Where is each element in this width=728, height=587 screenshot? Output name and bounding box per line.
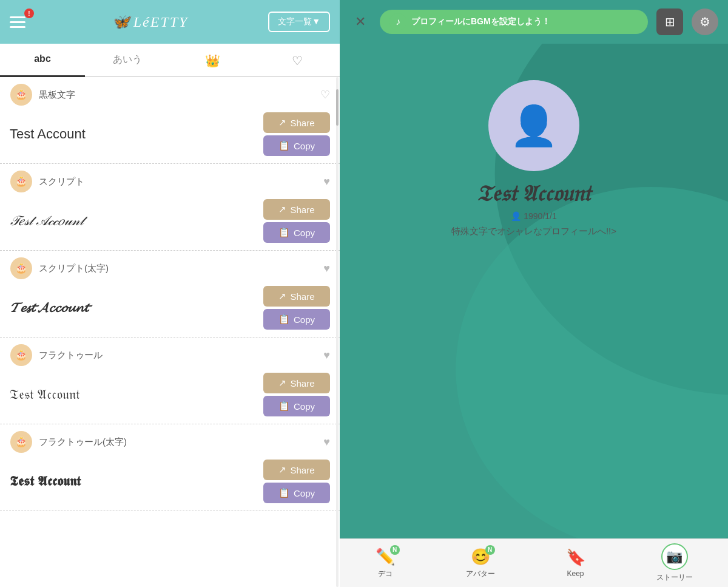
nav-item-keep[interactable]: 🔖 Keep	[566, 548, 585, 578]
profile-area: 👤 𝔗𝔢𝔰𝔱 𝔄𝔠𝔠𝔬𝔲𝔫𝔱 👤 1990/1/1 特殊文字でオシャレなプロフィ…	[340, 44, 728, 538]
close-button[interactable]: ✕	[349, 11, 371, 33]
char-list-button[interactable]: 文字一覧▼	[268, 12, 330, 32]
font-header-fraktur: 🎂 フラクトゥール ♥	[0, 338, 340, 370]
avatar-icon: 👤	[510, 103, 558, 149]
copy-fraktur-button[interactable]: 📋 Copy	[263, 396, 330, 416]
copy-icon: 📋	[278, 401, 290, 412]
avatar-nav-icon: 😊 N	[471, 548, 490, 566]
font-preview-row-kokuban: Test Account ↗ Share 📋 Copy	[0, 110, 340, 163]
heart-script-bold[interactable]: ♥	[323, 262, 330, 275]
font-preview-row-fraktur-bold: 𝕿𝖊𝖘𝖙 𝕬𝖈𝖈𝖔𝖚𝖓𝖙 ↗ Share 📋 Copy	[0, 457, 340, 511]
menu-button[interactable]: !	[10, 11, 32, 33]
profile-name: 𝔗𝔢𝔰𝔱 𝔄𝔠𝔠𝔬𝔲𝔫𝔱	[477, 181, 590, 206]
font-name-script-bold: スクリプト(太字)	[39, 263, 317, 274]
right-panel: ✕ ♪ プロフィールにBGMを設定しよう！ ⊞ ⚙ 👤 𝔗𝔢𝔰𝔱 𝔄𝔠𝔠𝔬𝔲𝔫𝔱	[340, 0, 728, 587]
font-item-fraktur: 🎂 フラクトゥール ♥ 𝔗𝔢𝔰𝔱 𝔄𝔠𝔠𝔬𝔲𝔫𝔱 ↗ Share 📋 Copy	[0, 338, 340, 424]
avatar[interactable]: 👤	[488, 80, 579, 171]
share-icon: ↗	[278, 291, 286, 302]
bottom-navigation: ✏️ N デコ 😊 N アバター 🔖 Keep 📷 ストーリー	[340, 538, 728, 587]
share-icon: ↗	[278, 204, 286, 215]
btn-group-kokuban: ↗ Share 📋 Copy	[263, 112, 330, 156]
font-item-script: 🎂 スクリプト ♥ 𝒯𝑒𝓈𝓉 𝒜𝒸𝒸𝑜𝓊𝓃𝓉 ↗ Share 📋 Copy	[0, 164, 340, 251]
profile-desc[interactable]: 特殊文字でオシャレなプロフィールへ!!>	[451, 226, 616, 237]
btn-group-script-bold: ↗ Share 📋 Copy	[263, 286, 330, 330]
copy-icon: 📋	[278, 227, 290, 238]
birthday-icon: 👤	[511, 211, 521, 221]
share-icon: ↗	[278, 464, 286, 475]
deco-badge: N	[390, 545, 400, 555]
nav-item-story[interactable]: 📷 ストーリー	[656, 543, 693, 583]
copy-script-bold-button[interactable]: 📋 Copy	[263, 309, 330, 330]
share-kokuban-button[interactable]: ↗ Share	[263, 112, 330, 133]
qr-icon: ⊞	[665, 15, 675, 29]
nav-item-deco[interactable]: ✏️ N デコ	[376, 548, 395, 579]
font-list: 🎂 黒板文字 ♡ Test Account ↗ Share 📋 Copy	[0, 77, 340, 587]
font-preview-fraktur: 𝔗𝔢𝔰𝔱 𝔄𝔠𝔠𝔬𝔲𝔫𝔱	[10, 387, 263, 402]
font-header-kokuban: 🎂 黒板文字 ♡	[0, 77, 340, 110]
share-icon: ↗	[278, 117, 286, 128]
script-bold-icon: 🎂	[10, 257, 33, 280]
share-script-button[interactable]: ↗ Share	[263, 199, 330, 220]
story-icon: 📷	[661, 543, 688, 570]
svg-text:🎂: 🎂	[15, 436, 27, 447]
font-header-script: 🎂 スクリプト ♥	[0, 164, 340, 197]
scroll-thumb[interactable]	[336, 89, 339, 126]
heart-kokuban[interactable]: ♡	[320, 88, 330, 101]
kokuban-icon: 🎂	[10, 83, 33, 106]
tab-abc[interactable]: abc	[0, 44, 85, 77]
font-tabs: abc あいう 👑 ♡	[0, 44, 340, 77]
tab-crown[interactable]: 👑	[170, 44, 255, 77]
copy-icon: 📋	[278, 314, 290, 325]
left-header: ! 🦋 LéETTY 文字一覧▼	[0, 0, 340, 44]
menu-bar-3	[10, 26, 25, 28]
scroll-bar	[336, 77, 339, 587]
menu-bar-1	[10, 16, 25, 18]
profile-content: 👤 𝔗𝔢𝔰𝔱 𝔄𝔠𝔠𝔬𝔲𝔫𝔱 👤 1990/1/1 特殊文字でオシャレなプロフィ…	[451, 44, 616, 237]
tab-heart[interactable]: ♡	[255, 44, 340, 77]
font-item-fraktur-bold: 🎂 フラクトゥール(太字) ♥ 𝕿𝖊𝖘𝖙 𝕬𝖈𝖈𝖔𝖚𝖓𝖙 ↗ Share 📋 C…	[0, 424, 340, 511]
font-preview-kokuban: Test Account	[10, 126, 263, 142]
heart-fraktur-bold[interactable]: ♥	[323, 436, 330, 449]
font-preview-fraktur-bold: 𝕿𝖊𝖘𝖙 𝕬𝖈𝖈𝖔𝖚𝖓𝖙	[10, 473, 263, 489]
script-icon: 🎂	[10, 170, 33, 193]
tab-aiueo[interactable]: あいう	[85, 44, 170, 77]
notification-badge: !	[24, 8, 34, 18]
heart-fraktur[interactable]: ♥	[323, 349, 330, 362]
font-preview-row-script: 𝒯𝑒𝓈𝓉 𝒜𝒸𝒸𝑜𝓊𝓃𝓉 ↗ Share 📋 Copy	[0, 197, 340, 250]
butterfly-icon: 🦋	[112, 13, 131, 30]
qr-button[interactable]: ⊞	[656, 8, 683, 35]
font-item-script-bold: 🎂 スクリプト(太字) ♥ 𝓣𝓮𝓼𝓽 𝓐𝓬𝓬𝓸𝓾𝓷𝓽 ↗ Share 📋 Cop…	[0, 251, 340, 338]
font-preview-script: 𝒯𝑒𝓈𝓉 𝒜𝒸𝒸𝑜𝓊𝓃𝓉	[10, 213, 263, 229]
avatar-badge: N	[485, 545, 495, 555]
settings-button[interactable]: ⚙	[692, 8, 718, 35]
heart-script[interactable]: ♥	[323, 175, 330, 188]
nav-item-avatar[interactable]: 😊 N アバター	[466, 548, 495, 579]
bgm-text: プロフィールにBGMを設定しよう！	[411, 16, 550, 27]
font-name-fraktur-bold: フラクトゥール(太字)	[39, 436, 317, 448]
share-fraktur-bold-button[interactable]: ↗ Share	[263, 460, 330, 480]
font-preview-row-fraktur: 𝔗𝔢𝔰𝔱 𝔄𝔠𝔠𝔬𝔲𝔫𝔱 ↗ Share 📋 Copy	[0, 370, 340, 424]
copy-script-button[interactable]: 📋 Copy	[263, 222, 330, 243]
copy-kokuban-button[interactable]: 📋 Copy	[263, 135, 330, 156]
share-fraktur-button[interactable]: ↗ Share	[263, 373, 330, 393]
font-preview-script-bold: 𝓣𝓮𝓼𝓽 𝓐𝓬𝓬𝓸𝓾𝓷𝓽	[10, 300, 263, 316]
btn-group-script: ↗ Share 📋 Copy	[263, 199, 330, 243]
avatar-label: アバター	[466, 569, 495, 579]
menu-bar-2	[10, 21, 25, 23]
right-header: ✕ ♪ プロフィールにBGMを設定しよう！ ⊞ ⚙	[340, 0, 728, 44]
btn-group-fraktur: ↗ Share 📋 Copy	[263, 373, 330, 416]
deco-icon: ✏️ N	[376, 548, 395, 566]
svg-text:🎂: 🎂	[15, 89, 27, 100]
font-name-script: スクリプト	[39, 176, 317, 188]
svg-text:🎂: 🎂	[15, 349, 27, 361]
birthday-value: 1990/1/1	[524, 211, 557, 221]
bgm-pill[interactable]: ♪ プロフィールにBGMを設定しよう！	[380, 10, 648, 34]
keep-icon: 🔖	[566, 548, 585, 567]
story-label: ストーリー	[656, 572, 693, 583]
copy-icon: 📋	[278, 487, 290, 498]
share-script-bold-button[interactable]: ↗ Share	[263, 286, 330, 307]
music-icon: ♪	[389, 13, 406, 30]
deco-label: デコ	[378, 569, 393, 579]
fraktur-bold-icon: 🎂	[10, 430, 33, 453]
copy-fraktur-bold-button[interactable]: 📋 Copy	[263, 483, 330, 503]
